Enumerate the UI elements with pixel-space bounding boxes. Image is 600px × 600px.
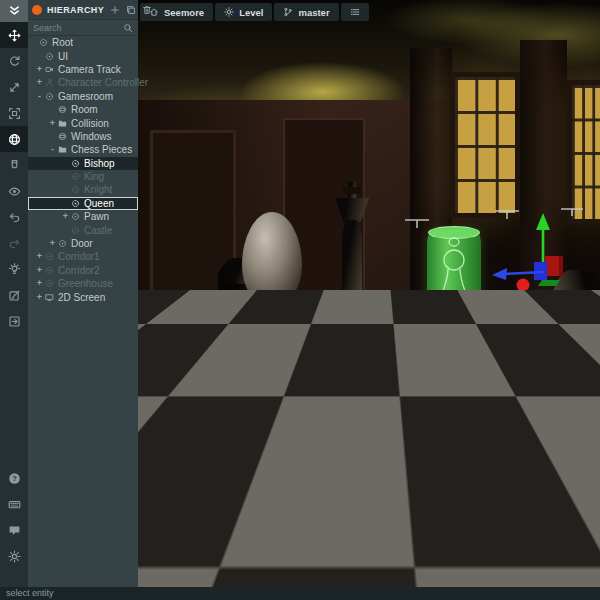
visibility-toggle[interactable] — [0, 178, 28, 204]
settings-button[interactable] — [0, 543, 28, 569]
feedback-button[interactable] — [0, 517, 28, 543]
tree-item-lightmaps[interactable]: Lightmaps — [138, 577, 242, 587]
tree-item--[interactable]: / — [138, 486, 242, 499]
tree-item-textures[interactable]: -Textures — [138, 551, 242, 564]
tree-item-shaders[interactable]: +Shaders — [138, 538, 242, 551]
expand-toggle[interactable]: + — [157, 564, 168, 577]
panel-collapse-button[interactable] — [32, 5, 42, 15]
tree-item-cubemaps[interactable]: +Cubemaps — [138, 564, 242, 577]
rotate-tool[interactable] — [0, 48, 28, 74]
tree-item-queen[interactable]: Queen — [28, 197, 138, 210]
tree-item-2d-screen[interactable]: +2D Screen — [28, 290, 138, 303]
scale-tool[interactable] — [0, 74, 28, 100]
assets-search-input[interactable] — [341, 467, 419, 479]
asset-texture-tile-11[interactable] — [540, 539, 598, 587]
expand-toggle[interactable]: + — [143, 512, 154, 525]
branch-button[interactable]: master — [274, 3, 338, 21]
chat-icon — [148, 446, 159, 457]
tree-item-ammo[interactable]: Ammo — [138, 499, 242, 512]
tree-item-character-controller[interactable]: +Character Controller — [28, 76, 138, 89]
tree-item-gamesroom[interactable]: -Gamesroom — [28, 90, 138, 103]
library-button[interactable]: Library — [438, 462, 506, 484]
move-tool[interactable] — [0, 22, 28, 48]
upload-asset-button[interactable] — [226, 468, 236, 478]
expand-toggle[interactable]: - — [34, 90, 45, 103]
expand-toggle[interactable]: + — [34, 277, 45, 290]
tree-item-castle[interactable]: Castle — [28, 223, 138, 236]
assets-collapse-button[interactable] — [142, 468, 152, 478]
tree-item-king[interactable]: King — [28, 170, 138, 183]
tree-item-corridor2[interactable]: +Corridor2 — [28, 264, 138, 277]
tree-item-windows[interactable]: Windows — [28, 130, 138, 143]
playcanvas-logo-icon[interactable] — [0, 0, 28, 22]
expand-toggle[interactable]: - — [47, 143, 58, 156]
bake-lighting-button[interactable] — [0, 256, 28, 282]
tree-item-collision[interactable]: +Collision — [28, 116, 138, 129]
asset-texture-a2-atlas-foliage-[interactable]: a2_atlas_foliage... — [540, 487, 598, 539]
expand-toggle[interactable]: + — [34, 250, 45, 263]
asset-texture-a2-atlas-04-n-p-[interactable]: a2_atlas_04_n.p... — [366, 487, 424, 539]
expand-toggle[interactable]: + — [60, 210, 71, 223]
tree-item-camera-track[interactable]: +Camera Track — [28, 63, 138, 76]
help-button[interactable]: ? — [0, 465, 28, 491]
asset-folder-cubemaps[interactable]: Cubemaps — [250, 487, 308, 539]
menu-button[interactable] — [341, 3, 369, 21]
expand-toggle[interactable]: + — [143, 538, 154, 551]
status-bar: select entity — [0, 587, 600, 600]
tree-item-knight[interactable]: Knight — [28, 183, 138, 196]
world-space-toggle[interactable] — [0, 126, 28, 152]
tree-item-room[interactable]: Room — [28, 103, 138, 116]
transform-gizmo[interactable] — [486, 208, 570, 296]
expand-toggle[interactable]: + — [143, 525, 154, 538]
tree-item-scripts[interactable]: +Scripts — [138, 525, 242, 538]
asset-texture-tile-6[interactable] — [250, 539, 308, 587]
tree-item-ui[interactable]: UI — [28, 49, 138, 62]
gizmo-x-handle — [517, 279, 530, 292]
tree-item-greenhouse[interactable]: +Greenhouse — [28, 277, 138, 290]
assets-tree-scrollbar[interactable] — [244, 486, 248, 544]
expand-toggle[interactable]: + — [34, 264, 45, 277]
asset-folder-lightmaps[interactable]: Lightmaps — [308, 487, 366, 539]
expand-toggle[interactable]: + — [34, 63, 45, 76]
viewport-3d[interactable]: SeemoreLevelmaster CHAT A... All ▾ — [138, 0, 600, 587]
expand-toggle[interactable]: + — [47, 117, 58, 130]
expand-toggle[interactable]: + — [34, 291, 45, 304]
launch-button[interactable] — [0, 308, 28, 334]
tree-item-root[interactable]: Root — [28, 36, 138, 49]
add-asset-button[interactable] — [188, 468, 198, 478]
playcanvas-editor: ? HIERARCHY RootUI+Camera Track+Characte… — [0, 0, 600, 600]
chat-bar[interactable]: CHAT — [138, 440, 235, 462]
hierarchy-panel: HIERARCHY RootUI+Camera Track+Character … — [28, 0, 138, 587]
hierarchy-search-input[interactable] — [33, 23, 121, 33]
user-avatar[interactable] — [210, 441, 231, 462]
asset-texture-a2-atlas-04-s-p-[interactable]: a2_atlas_04_s.p... — [424, 487, 482, 539]
duplicate-entity-button[interactable] — [126, 5, 136, 15]
delete-entity-button[interactable] — [142, 5, 152, 15]
asset-texture-tile-7[interactable] — [308, 539, 366, 587]
entity-icon — [45, 252, 58, 261]
tree-item-chess-pieces[interactable]: -Chess Pieces — [28, 143, 138, 156]
code-editor-button[interactable] — [0, 282, 28, 308]
grid-view-button[interactable] — [245, 468, 255, 478]
settings-button[interactable]: Level — [215, 3, 272, 21]
asset-texture-tile-8[interactable] — [366, 539, 424, 587]
undo-button[interactable] — [0, 204, 28, 230]
tree-item-bishop[interactable]: Bishop — [28, 157, 138, 170]
asset-type-filter[interactable]: All ▾ — [269, 468, 327, 478]
tree-item-pawn[interactable]: +Pawn — [28, 210, 138, 223]
redo-button[interactable] — [0, 230, 28, 256]
expand-toggle[interactable]: - — [143, 551, 154, 564]
tree-item-door[interactable]: +Door — [28, 237, 138, 250]
asset-texture-a2-atlas-04desa-[interactable]: a2_atlas_04desa... — [482, 487, 540, 539]
snap-toggle[interactable] — [0, 152, 28, 178]
expand-toggle[interactable]: + — [34, 76, 45, 89]
delete-asset-button[interactable] — [207, 468, 217, 478]
add-entity-button[interactable] — [110, 5, 120, 15]
frame-selection-tool[interactable] — [0, 100, 28, 126]
expand-toggle[interactable]: + — [47, 237, 58, 250]
asset-texture-tile-10[interactable] — [482, 539, 540, 587]
tree-item-models[interactable]: +Models — [138, 512, 242, 525]
asset-texture-tile-9[interactable] — [424, 539, 482, 587]
controls-button[interactable] — [0, 491, 28, 517]
tree-item-corridor1[interactable]: +Corridor1 — [28, 250, 138, 263]
